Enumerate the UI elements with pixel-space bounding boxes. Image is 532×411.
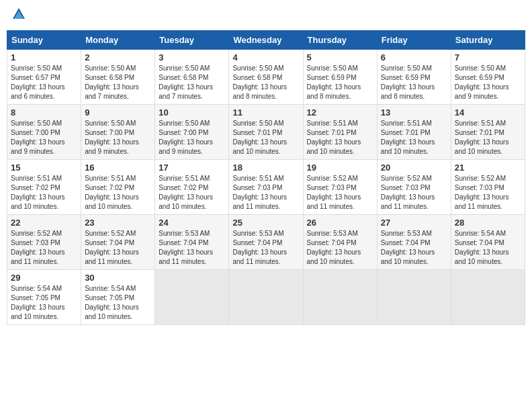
- logo: [9, 7, 26, 25]
- calendar-cell: 3Sunrise: 5:50 AMSunset: 6:58 PMDaylight…: [155, 50, 229, 105]
- day-info: Sunrise: 5:50 AMSunset: 6:59 PMDaylight:…: [307, 64, 373, 101]
- calendar-cell: 9Sunrise: 5:50 AMSunset: 7:00 PMDaylight…: [81, 105, 155, 160]
- day-number: 25: [232, 218, 299, 228]
- logo-icon: [11, 7, 26, 21]
- day-number: 12: [307, 107, 373, 118]
- day-number: 21: [455, 163, 521, 173]
- day-number: 27: [381, 218, 447, 228]
- calendar-cell: 8Sunrise: 5:50 AMSunset: 7:00 PMDaylight…: [7, 105, 81, 160]
- calendar-cell: 7Sunrise: 5:50 AMSunset: 6:59 PMDaylight…: [451, 50, 525, 105]
- calendar-cell: 10Sunrise: 5:50 AMSunset: 7:00 PMDayligh…: [155, 105, 229, 160]
- day-info: Sunrise: 5:51 AMSunset: 7:03 PMDaylight:…: [232, 174, 299, 212]
- day-number: 24: [159, 218, 225, 228]
- day-info: Sunrise: 5:53 AMSunset: 7:04 PMDaylight:…: [232, 229, 299, 267]
- calendar-cell: 20Sunrise: 5:52 AMSunset: 7:03 PMDayligh…: [377, 160, 451, 215]
- calendar-cell: 12Sunrise: 5:51 AMSunset: 7:01 PMDayligh…: [303, 105, 377, 160]
- calendar-cell: [303, 270, 377, 325]
- calendar-cell: 13Sunrise: 5:51 AMSunset: 7:01 PMDayligh…: [377, 105, 451, 160]
- calendar-week-row: 1Sunrise: 5:50 AMSunset: 6:57 PMDaylight…: [7, 50, 525, 105]
- day-info: Sunrise: 5:51 AMSunset: 7:02 PMDaylight:…: [11, 174, 77, 212]
- col-header-tuesday: Tuesday: [155, 31, 229, 50]
- day-info: Sunrise: 5:54 AMSunset: 7:05 PMDaylight:…: [11, 284, 77, 322]
- day-number: 15: [11, 163, 77, 173]
- day-info: Sunrise: 5:50 AMSunset: 6:59 PMDaylight:…: [381, 64, 447, 101]
- day-info: Sunrise: 5:51 AMSunset: 7:01 PMDaylight:…: [381, 119, 447, 156]
- day-info: Sunrise: 5:51 AMSunset: 7:02 PMDaylight:…: [159, 174, 225, 212]
- day-info: Sunrise: 5:50 AMSunset: 6:58 PMDaylight:…: [159, 64, 225, 101]
- day-info: Sunrise: 5:50 AMSunset: 7:00 PMDaylight:…: [85, 119, 151, 156]
- calendar-cell: 26Sunrise: 5:53 AMSunset: 7:04 PMDayligh…: [303, 215, 377, 270]
- calendar-cell: 22Sunrise: 5:52 AMSunset: 7:03 PMDayligh…: [7, 215, 81, 270]
- day-number: 10: [159, 107, 225, 118]
- day-number: 22: [11, 218, 77, 228]
- calendar-cell: [451, 270, 525, 325]
- day-number: 23: [85, 218, 151, 228]
- day-info: Sunrise: 5:52 AMSunset: 7:03 PMDaylight:…: [11, 229, 77, 267]
- day-number: 2: [85, 52, 151, 62]
- day-number: 19: [307, 163, 373, 173]
- day-number: 7: [455, 52, 521, 62]
- calendar-cell: 19Sunrise: 5:52 AMSunset: 7:03 PMDayligh…: [303, 160, 377, 215]
- day-number: 18: [232, 163, 299, 173]
- day-number: 14: [455, 107, 521, 118]
- calendar-cell: 11Sunrise: 5:50 AMSunset: 7:01 PMDayligh…: [229, 105, 303, 160]
- day-number: 26: [307, 218, 373, 228]
- day-info: Sunrise: 5:53 AMSunset: 7:04 PMDaylight:…: [159, 229, 225, 267]
- calendar-cell: 1Sunrise: 5:50 AMSunset: 6:57 PMDaylight…: [7, 50, 81, 105]
- calendar-cell: 16Sunrise: 5:51 AMSunset: 7:02 PMDayligh…: [81, 160, 155, 215]
- col-header-wednesday: Wednesday: [229, 31, 303, 50]
- day-info: Sunrise: 5:53 AMSunset: 7:04 PMDaylight:…: [381, 229, 447, 267]
- calendar-cell: 14Sunrise: 5:51 AMSunset: 7:01 PMDayligh…: [451, 105, 525, 160]
- calendar-cell: 6Sunrise: 5:50 AMSunset: 6:59 PMDaylight…: [377, 50, 451, 105]
- day-info: Sunrise: 5:51 AMSunset: 7:01 PMDaylight:…: [455, 119, 521, 156]
- calendar-cell: 2Sunrise: 5:50 AMSunset: 6:58 PMDaylight…: [81, 50, 155, 105]
- day-info: Sunrise: 5:53 AMSunset: 7:04 PMDaylight:…: [307, 229, 373, 267]
- calendar-week-row: 15Sunrise: 5:51 AMSunset: 7:02 PMDayligh…: [7, 160, 525, 215]
- calendar-cell: 5Sunrise: 5:50 AMSunset: 6:59 PMDaylight…: [303, 50, 377, 105]
- day-number: 30: [85, 273, 151, 283]
- col-header-thursday: Thursday: [303, 31, 377, 50]
- calendar-header-row: SundayMondayTuesdayWednesdayThursdayFrid…: [7, 31, 525, 50]
- day-info: Sunrise: 5:50 AMSunset: 7:01 PMDaylight:…: [232, 119, 299, 156]
- calendar-cell: [377, 270, 451, 325]
- calendar-cell: 15Sunrise: 5:51 AMSunset: 7:02 PMDayligh…: [7, 160, 81, 215]
- calendar-cell: 28Sunrise: 5:54 AMSunset: 7:04 PMDayligh…: [451, 215, 525, 270]
- calendar-week-row: 22Sunrise: 5:52 AMSunset: 7:03 PMDayligh…: [7, 215, 525, 270]
- day-number: 11: [232, 107, 299, 118]
- day-number: 16: [85, 163, 151, 173]
- day-number: 3: [159, 52, 225, 62]
- day-info: Sunrise: 5:52 AMSunset: 7:04 PMDaylight:…: [85, 229, 151, 267]
- day-number: 28: [455, 218, 521, 228]
- day-info: Sunrise: 5:54 AMSunset: 7:05 PMDaylight:…: [85, 284, 151, 322]
- calendar-cell: 21Sunrise: 5:52 AMSunset: 7:03 PMDayligh…: [451, 160, 525, 215]
- col-header-friday: Friday: [377, 31, 451, 50]
- calendar-cell: 23Sunrise: 5:52 AMSunset: 7:04 PMDayligh…: [81, 215, 155, 270]
- day-number: 17: [159, 163, 225, 173]
- day-number: 9: [85, 107, 151, 118]
- calendar-cell: 27Sunrise: 5:53 AMSunset: 7:04 PMDayligh…: [377, 215, 451, 270]
- day-number: 5: [307, 52, 373, 62]
- day-info: Sunrise: 5:52 AMSunset: 7:03 PMDaylight:…: [381, 174, 447, 212]
- day-info: Sunrise: 5:50 AMSunset: 7:00 PMDaylight:…: [159, 119, 225, 156]
- calendar-cell: [155, 270, 229, 325]
- col-header-saturday: Saturday: [451, 31, 525, 50]
- calendar-cell: 18Sunrise: 5:51 AMSunset: 7:03 PMDayligh…: [229, 160, 303, 215]
- day-info: Sunrise: 5:52 AMSunset: 7:03 PMDaylight:…: [455, 174, 521, 212]
- day-info: Sunrise: 5:50 AMSunset: 6:59 PMDaylight:…: [455, 64, 521, 101]
- col-header-monday: Monday: [81, 31, 155, 50]
- calendar-table: SundayMondayTuesdayWednesdayThursdayFrid…: [7, 30, 525, 325]
- day-info: Sunrise: 5:51 AMSunset: 7:01 PMDaylight:…: [307, 119, 373, 156]
- day-info: Sunrise: 5:52 AMSunset: 7:03 PMDaylight:…: [307, 174, 373, 212]
- calendar-week-row: 8Sunrise: 5:50 AMSunset: 7:00 PMDaylight…: [7, 105, 525, 160]
- calendar-week-row: 29Sunrise: 5:54 AMSunset: 7:05 PMDayligh…: [7, 270, 525, 325]
- calendar-cell: 24Sunrise: 5:53 AMSunset: 7:04 PMDayligh…: [155, 215, 229, 270]
- day-number: 13: [381, 107, 447, 118]
- calendar-cell: 4Sunrise: 5:50 AMSunset: 6:58 PMDaylight…: [229, 50, 303, 105]
- day-info: Sunrise: 5:54 AMSunset: 7:04 PMDaylight:…: [455, 229, 521, 267]
- day-number: 4: [232, 52, 299, 62]
- day-number: 6: [381, 52, 447, 62]
- calendar-cell: 17Sunrise: 5:51 AMSunset: 7:02 PMDayligh…: [155, 160, 229, 215]
- calendar-cell: 29Sunrise: 5:54 AMSunset: 7:05 PMDayligh…: [7, 270, 81, 325]
- day-number: 8: [11, 107, 77, 118]
- day-number: 20: [381, 163, 447, 173]
